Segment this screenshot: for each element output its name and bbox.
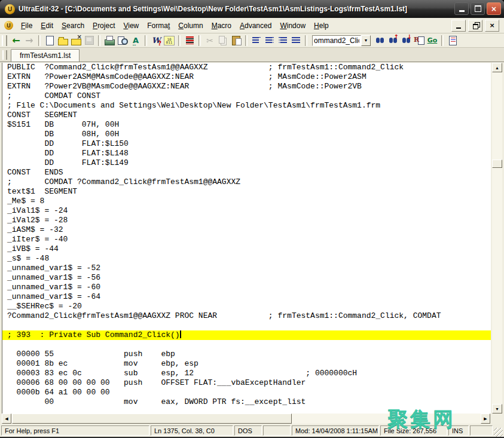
code-line: _iVB$ = -44 xyxy=(2,244,491,254)
minimize-button[interactable] xyxy=(454,2,469,15)
tab-frmtestasm1[interactable]: frmTestAsm1.lst xyxy=(11,49,80,62)
mdi-restore-button[interactable] xyxy=(468,20,482,32)
replace-icon[interactable] xyxy=(413,35,426,47)
code-line: ?Command2_Click@frmTestAsm1@@AAGXXZ PROC… xyxy=(2,311,491,321)
toolbar-separator xyxy=(38,35,41,46)
scroll-up-button[interactable]: ▲ xyxy=(492,63,502,72)
minimize-icon xyxy=(459,10,465,12)
code-line: 0000b 64 a1 00 00 00 xyxy=(2,388,491,397)
highlighted-line: ; 393 : Private Sub Command2_Click() xyxy=(2,330,491,340)
menu-search[interactable]: Search xyxy=(57,20,88,32)
menu-column[interactable]: Column xyxy=(174,20,207,32)
menu-items: FileEditSearchProjectViewFormatColumnMac… xyxy=(17,20,333,32)
new-file-icon[interactable] xyxy=(43,35,56,47)
function-list-icon[interactable] xyxy=(446,35,459,47)
find-icon[interactable] xyxy=(373,35,386,47)
scrollbar-corner xyxy=(492,414,502,424)
find-combobox-input[interactable] xyxy=(312,35,361,46)
menu-macro[interactable]: Macro xyxy=(207,20,236,32)
find-next-icon[interactable] xyxy=(386,35,399,47)
align-justify-icon[interactable] xyxy=(289,35,303,47)
print-preview-icon[interactable] xyxy=(116,35,129,47)
copy-icon xyxy=(216,35,230,47)
arrow-up-icon: ▲ xyxy=(495,66,499,70)
back-icon[interactable] xyxy=(10,35,23,47)
sort-icon[interactable] xyxy=(183,35,196,47)
spell-check-icon[interactable] xyxy=(129,35,142,47)
maximize-icon xyxy=(475,5,481,12)
mdi-close-button[interactable]: × xyxy=(485,20,499,32)
editor-pane: PUBLIC ?Command2_Click@frmTestAsm1@@AAGX… xyxy=(0,62,504,424)
code-line: CONST SEGMENT xyxy=(2,111,491,120)
open-file-icon[interactable] xyxy=(56,35,69,47)
chevron-down-icon[interactable]: ▼ xyxy=(361,35,371,46)
status-insert-mode: INS xyxy=(448,425,469,436)
document-icon[interactable]: U xyxy=(4,21,13,30)
title-bar: U UltraEdit-32 - [C:\Documents and Setti… xyxy=(0,0,504,18)
horizontal-scroll-thumb[interactable] xyxy=(12,414,292,424)
align-center-icon[interactable] xyxy=(263,35,276,47)
code-line: _iVal1$ = -24 xyxy=(2,206,491,216)
code-line: _unnamed_var1$ = -60 xyxy=(2,283,491,292)
code-line xyxy=(2,321,491,330)
toolbar-separator xyxy=(98,35,100,46)
arrow-left-icon: ◀ xyxy=(5,416,8,421)
scroll-right-button[interactable]: ▶ xyxy=(481,414,490,424)
status-cursor-position: Ln 1375, Col. 38, C0 xyxy=(151,425,233,436)
scroll-left-button[interactable]: ◀ xyxy=(2,414,11,424)
code-line: _unnamed_var1$ = -56 xyxy=(2,273,491,283)
menu-format[interactable]: Format xyxy=(143,20,174,32)
horizontal-scrollbar[interactable]: ◀ ▶ xyxy=(2,414,490,424)
menu-advanced[interactable]: Advanced xyxy=(236,20,276,32)
menu-view[interactable]: View xyxy=(119,20,143,32)
vertical-scrollbar[interactable]: ▲ ▼ xyxy=(492,63,502,414)
goto-icon[interactable] xyxy=(426,35,439,47)
forward-icon xyxy=(23,35,36,47)
mdi-close-icon: × xyxy=(489,22,494,29)
code-line: _unnamed_var1$ = -64 xyxy=(2,292,491,302)
paste-icon[interactable] xyxy=(230,35,243,47)
code-line: DD FLAT:$L149 xyxy=(2,158,491,168)
arrow-right-icon: ▶ xyxy=(484,416,487,421)
close-file-icon[interactable] xyxy=(69,35,83,47)
code-line: ; COMDAT ?Command2_Click@frmTestAsm1@@AA… xyxy=(2,177,491,187)
resize-grip[interactable] xyxy=(494,428,503,437)
code-line: __$SEHRec$ = -20 xyxy=(2,302,491,311)
print-icon[interactable] xyxy=(103,35,116,47)
menu-bar: U FileEditSearchProjectViewFormatColumnM… xyxy=(0,18,504,33)
vertical-scroll-thumb[interactable] xyxy=(492,160,502,168)
close-button[interactable]: × xyxy=(487,2,501,15)
word-wrap-icon[interactable] xyxy=(149,35,163,47)
hex-edit-icon[interactable] xyxy=(163,35,176,47)
status-file-size: File Size: 267,556 xyxy=(380,425,447,436)
align-right-icon[interactable] xyxy=(276,35,289,47)
status-bar: For Help, press F1 Ln 1375, Col. 38, C0 … xyxy=(0,424,504,437)
maximize-button[interactable] xyxy=(471,2,485,15)
code-line: _s$ = -48 xyxy=(2,254,491,264)
code-line: $S151 DB 07H, 00H xyxy=(2,120,491,130)
text-caret xyxy=(180,330,181,338)
toolbar-separator xyxy=(145,35,147,46)
text-editor[interactable]: PUBLIC ?Command2_Click@frmTestAsm1@@AAGX… xyxy=(2,63,491,414)
window-title: UltraEdit-32 - [C:\Documents and Setting… xyxy=(19,5,407,13)
code-line: DD FLAT:$L148 xyxy=(2,149,491,158)
menu-window[interactable]: Window xyxy=(276,20,310,32)
toolbar-grip[interactable] xyxy=(2,35,7,46)
align-left-icon[interactable] xyxy=(250,35,263,47)
cut-icon xyxy=(203,35,216,47)
tabbar-grip[interactable] xyxy=(2,50,7,60)
status-modified-date: Mod: 14/04/2008 1:11:15AM xyxy=(292,425,379,436)
mdi-minimize-button[interactable] xyxy=(451,20,466,32)
code-line: _iASM$ = -32 xyxy=(2,225,491,235)
arrow-down-icon: ▼ xyxy=(495,407,499,411)
code-line: 00006 68 00 00 00 00 push OFFSET FLAT:__… xyxy=(2,378,491,388)
find-combobox: ▼ xyxy=(312,35,371,47)
menu-edit[interactable]: Edit xyxy=(36,20,57,32)
scroll-down-button[interactable]: ▼ xyxy=(492,404,502,414)
menu-help[interactable]: Help xyxy=(310,20,333,32)
menu-file[interactable]: File xyxy=(17,20,36,32)
menu-project[interactable]: Project xyxy=(88,20,119,32)
toolbar-separator xyxy=(441,35,444,46)
find-prev-icon[interactable] xyxy=(399,35,413,47)
code-line: EXTRN ?Power2VB@MAsmCode@@AAGXXZ:NEAR ; … xyxy=(2,82,491,91)
